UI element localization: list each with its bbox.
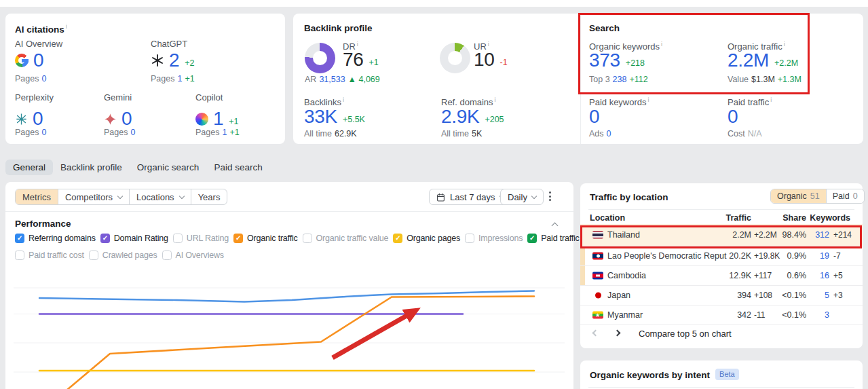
traffic-value: 394 [737, 291, 751, 300]
metric-checkbox-url-rating[interactable]: URL Rating [173, 234, 229, 243]
traffic-delta: -11 [754, 310, 765, 320]
view-button-locations[interactable]: Locations [129, 189, 191, 204]
tab-general[interactable]: General [5, 160, 53, 175]
tab-backlink-profile[interactable]: Backlink profile [53, 160, 130, 175]
traffic-row-myanmar[interactable]: Myanmar 342 -11 <0.1% 3 [580, 305, 863, 325]
ai-citation-copilot: Copilot 1+1 Pages1+1 [195, 93, 223, 103]
next-page-icon[interactable] [614, 330, 621, 337]
info-icon: i [784, 41, 785, 48]
traffic-by-location-title: Traffic by location [590, 192, 668, 202]
checkbox-unchecked-icon [173, 234, 183, 243]
url-rating-donut [440, 43, 470, 73]
divider [588, 209, 854, 210]
traffic-delta: +117 [754, 271, 772, 280]
metric-checkbox-referring-domains[interactable]: ✓Referring domains [15, 234, 96, 243]
keywords-by-intent-title: Organic keywords by intentBeta [590, 369, 739, 380]
ai-citation-pages: Pages0 [15, 74, 49, 84]
column-keywords: Keywords [810, 213, 850, 223]
compare-top5-link[interactable]: Compare top 5 on chart [639, 329, 732, 339]
ref-domains-value[interactable]: 2.9K [441, 107, 479, 126]
traffic-value: 342 [737, 310, 751, 320]
tab-paid-search[interactable]: Paid search [206, 160, 269, 175]
keywords-delta: +214 [833, 230, 852, 240]
flag-icon-th [592, 231, 603, 239]
ai-citation-ai-overview: AI Overview 0 Pages0 [15, 39, 62, 49]
traffic-value: 20.2K [729, 251, 751, 261]
metric-checkbox-impressions[interactable]: Impressions [465, 234, 523, 243]
metric-checkbox-domain-rating[interactable]: ✓Domain Rating [100, 234, 168, 243]
keywords-value[interactable]: 19 [820, 251, 829, 261]
performance-chart [5, 262, 573, 389]
ai-citation-label: AI Overview [15, 39, 62, 49]
ai-citation-value[interactable]: 1 [213, 109, 223, 128]
paid-traffic-value[interactable]: 0 [728, 107, 738, 126]
dr-delta: +1 [369, 58, 379, 67]
ai-citation-value[interactable]: 0 [33, 109, 43, 128]
location-name: Japan [607, 291, 630, 300]
ai-citation-value[interactable]: 0 [121, 109, 132, 128]
traffic-row-japan[interactable]: Japan 394 +108 <0.1% 5 +3 [580, 286, 863, 305]
traffic-row-lao-people-s-democratic-reput[interactable]: Lao People's Democratic Reput 20.2K +19.… [580, 246, 863, 266]
checkbox-checked-icon: ✓ [393, 234, 402, 243]
date-range-button[interactable]: Last 7 days [429, 189, 512, 205]
metric-checkbox-paid-traffic-cost[interactable]: Paid traffic cost [15, 251, 84, 260]
traffic-row-thailand[interactable]: Thailand 2.2M +2.2M 98.4% 312 +214 [580, 224, 863, 246]
ai-citation-label: Perplexity [15, 93, 54, 103]
granularity-button[interactable]: Daily [500, 189, 544, 205]
ai-citation-value[interactable]: 2 [169, 51, 179, 70]
ur-delta: -1 [500, 58, 508, 67]
ref-domains-alltime: All time5K [441, 129, 485, 138]
flag-icon-jp [592, 292, 603, 299]
paid-traffic-cost: CostN/A [728, 129, 765, 138]
more-options-icon[interactable] [549, 191, 551, 201]
keywords-value[interactable]: 3 [825, 310, 829, 320]
backlink-profile-title: Backlink profile [304, 23, 373, 33]
traffic-toggle-organic[interactable]: Organic51 [771, 189, 826, 203]
backlinks-value[interactable]: 33K [304, 107, 337, 126]
organic-traffic-value[interactable]: 2.2M [728, 51, 769, 70]
metric-checkbox-organic-traffic-value[interactable]: Organic traffic value [303, 234, 389, 243]
traffic-row-cambodia[interactable]: Cambodia 12.9K +117 0.6% 16 +5 [580, 266, 863, 286]
traffic-toggle-paid[interactable]: Paid0 [826, 189, 864, 203]
ai-citation-delta: +2 [185, 58, 194, 68]
metric-checkbox-ai-overviews[interactable]: AI Overviews [162, 251, 224, 260]
checkbox-checked-icon: ✓ [100, 234, 110, 243]
traffic-value: 2.2M [732, 230, 751, 240]
metric-checkbox-organic-traffic[interactable]: ✓Organic traffic [233, 234, 298, 243]
organic-keywords-value[interactable]: 373 [589, 51, 620, 70]
performance-chart-card: MetricsCompetitorsLocationsYears Last 7 … [5, 182, 573, 389]
backlinks-metric: Backlinksi 33K+5.5K All time62.9K [304, 95, 344, 107]
view-button-metrics[interactable]: Metrics [16, 189, 58, 204]
previous-page-icon[interactable] [592, 330, 599, 337]
keywords-value[interactable]: 5 [825, 291, 829, 300]
divider [588, 387, 854, 388]
location-name: Lao People's Democratic Reput [607, 251, 726, 261]
checkbox-checked-icon: ✓ [233, 234, 243, 243]
ai-citation-pages: Pages1+1 [195, 128, 242, 137]
paid-keywords-value[interactable]: 0 [589, 107, 599, 126]
paid-traffic-metric: Paid traffici 0 CostN/A [728, 95, 772, 107]
organic-traffic-delta: +2.2M [774, 58, 798, 68]
annotation-arrow [333, 315, 408, 358]
checkbox-checked-icon: ✓ [527, 234, 537, 243]
share-value: 0.9% [787, 251, 807, 261]
keywords-value[interactable]: 312 [815, 230, 829, 240]
metric-checkbox-paid-traffic[interactable]: ✓Paid traffic [527, 234, 579, 243]
view-button-competitors[interactable]: Competitors [58, 189, 129, 204]
location-name: Cambodia [607, 271, 646, 280]
chevron-down-icon [178, 193, 184, 198]
tab-organic-search[interactable]: Organic search [130, 160, 207, 175]
view-button-group: MetricsCompetitorsLocationsYears [15, 189, 227, 205]
google-icon [15, 54, 29, 67]
metric-checkbox-organic-pages[interactable]: ✓Organic pages [393, 234, 460, 243]
metric-checkbox-crawled-pages[interactable]: Crawled pages [89, 251, 157, 260]
share-value: 98.4% [782, 230, 806, 240]
ref-domains-delta: +205 [485, 115, 504, 124]
keywords-value[interactable]: 16 [820, 271, 829, 280]
collapse-icon[interactable] [552, 223, 559, 229]
ai-citation-pages: Pages1+1 [151, 74, 197, 84]
view-button-years[interactable]: Years [191, 189, 227, 204]
card-divider [580, 14, 581, 144]
ai-citation-value[interactable]: 0 [33, 51, 43, 70]
checkbox-unchecked-icon [303, 234, 312, 243]
